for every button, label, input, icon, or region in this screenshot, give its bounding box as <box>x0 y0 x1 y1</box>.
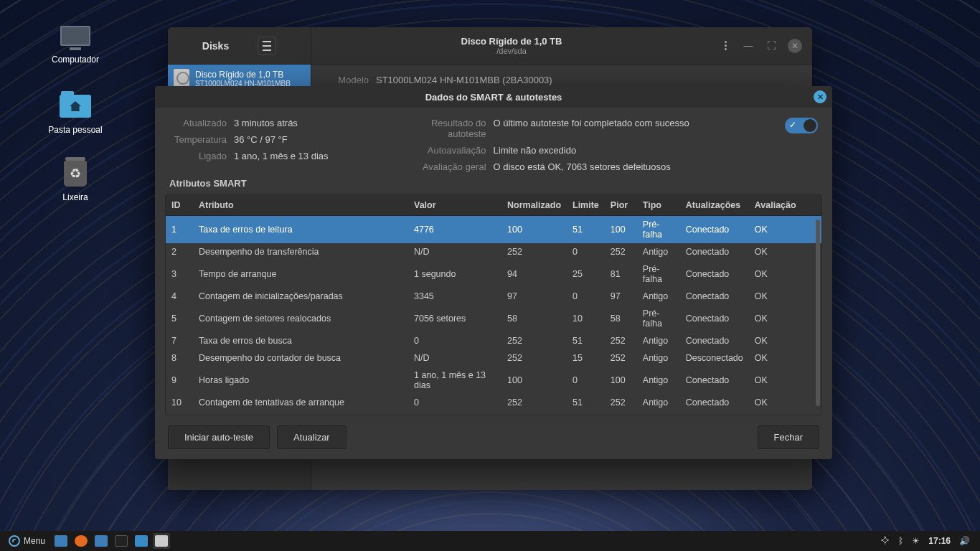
col-updates[interactable]: Atualizações <box>680 195 749 216</box>
cell-id: 10 <box>166 394 193 411</box>
desktop-icon-trash[interactable]: ♻ Lixeira <box>36 159 115 202</box>
brightness-icon[interactable]: ☀ <box>912 536 920 546</box>
desktop-icon-computer[interactable]: Computador <box>36 22 115 65</box>
table-row[interactable]: 9Horas ligado1 ano, 1 mês e 13 dias10001… <box>166 367 821 394</box>
col-type[interactable]: Tipo <box>637 195 680 216</box>
hamburger-menu-button[interactable] <box>258 37 276 55</box>
col-worst[interactable]: Pior <box>605 195 637 216</box>
start-selftest-button[interactable]: Iniciar auto-teste <box>168 425 270 449</box>
cell-value: 1 ano, 1 mês e 13 dias <box>408 367 501 394</box>
updated-label: Atualizado <box>169 118 227 128</box>
cell-updates: Conectado <box>680 394 749 411</box>
cell-thresh: 0 <box>567 243 605 260</box>
cell-thresh: 0 <box>567 367 605 394</box>
cell-worst: 81 <box>605 260 637 288</box>
cell-id: 1 <box>166 216 193 244</box>
table-row[interactable]: 2Desempenho de transferênciaN/D2520252An… <box>166 243 821 260</box>
refresh-button[interactable]: Atualizar <box>277 425 347 449</box>
cell-attr: Taxa de erros de leitura <box>193 216 408 244</box>
model-value: ST1000LM024 HN-M101MBB (2BA30003) <box>376 75 552 85</box>
clock[interactable]: 17:16 <box>928 536 951 546</box>
system-tray: ⯎ ᛒ ☀ 17:16 🔊 <box>881 536 976 546</box>
cell-type: Pré-falha <box>637 305 680 332</box>
col-value[interactable]: Valor <box>408 195 501 216</box>
cell-updates: Conectado <box>680 260 749 288</box>
cell-value: N/D <box>408 349 501 367</box>
smart-enable-toggle[interactable]: ✓ <box>785 118 818 133</box>
cell-type: Antigo <box>637 349 680 367</box>
cell-updates: Conectado <box>680 288 749 305</box>
minimize-button[interactable]: — <box>742 39 755 52</box>
cell-value: 0 <box>408 332 501 349</box>
table-row[interactable]: 11Contagem de tentativas de calibração19… <box>166 411 821 415</box>
cell-worst: 252 <box>605 394 637 411</box>
cell-id: 11 <box>166 411 193 415</box>
maximize-button[interactable]: ⛶ <box>765 39 778 52</box>
col-id[interactable]: ID <box>166 195 193 216</box>
distro-logo-icon <box>9 535 20 547</box>
start-menu-button[interactable]: Menu <box>4 534 50 548</box>
table-row[interactable]: 7Taxa de erros de busca025251252AntigoCo… <box>166 332 821 349</box>
col-threshold[interactable]: Limite <box>567 195 605 216</box>
attributes-table[interactable]: ID Atributo Valor Normalizado Limite Pio… <box>166 195 821 415</box>
cell-type: Antigo <box>637 243 680 260</box>
cell-norm: 100 <box>501 367 567 394</box>
bluetooth-icon[interactable]: ᛒ <box>898 536 903 546</box>
cell-id: 5 <box>166 305 193 332</box>
drive-menu-button[interactable] <box>719 39 732 52</box>
cell-type: Pré-falha <box>637 260 680 288</box>
show-desktop-button[interactable] <box>52 533 70 549</box>
attributes-table-container: ID Atributo Valor Normalizado Limite Pio… <box>165 194 822 415</box>
taskbar: Menu ⯎ ᛒ ☀ 17:16 🔊 <box>0 531 980 551</box>
cell-thresh: 15 <box>567 349 605 367</box>
table-row[interactable]: 8Desempenho do contador de buscaN/D25215… <box>166 349 821 367</box>
cell-attr: Contagem de inicializações/paradas <box>193 288 408 305</box>
updated-value: 3 minutos atrás <box>234 118 298 128</box>
cell-worst: 100 <box>605 411 637 415</box>
taskbar-app-files[interactable] <box>133 533 150 549</box>
cell-norm: 94 <box>501 260 567 288</box>
taskbar-app-firefox[interactable] <box>72 533 90 549</box>
dialog-close-button[interactable]: ✕ <box>814 90 826 103</box>
table-row[interactable]: 4Contagem de inicializações/paradas33459… <box>166 288 821 305</box>
window-subtitle: /dev/sda <box>496 47 527 55</box>
cell-norm: 100 <box>501 216 567 244</box>
toggle-knob <box>804 119 816 132</box>
harddisk-icon <box>174 69 189 88</box>
close-button[interactable]: ✕ <box>788 39 802 53</box>
col-assessment[interactable]: Avaliação <box>749 195 821 216</box>
cell-worst: 252 <box>605 349 637 367</box>
table-row[interactable]: 5Contagem de setores realocados7056 seto… <box>166 305 821 332</box>
cell-attr: Taxa de erros de busca <box>193 332 408 349</box>
col-normalized[interactable]: Normalizado <box>501 195 567 216</box>
cell-thresh: 51 <box>567 216 605 244</box>
cell-assess: OK <box>749 305 821 332</box>
cell-id: 9 <box>166 367 193 394</box>
cell-norm: 100 <box>501 411 567 415</box>
cell-value: 0 <box>408 394 501 411</box>
taskbar-app-terminal[interactable] <box>113 533 130 549</box>
close-dialog-button[interactable]: Fechar <box>758 425 819 449</box>
cell-worst: 58 <box>605 305 637 332</box>
cell-value: 194 <box>408 411 501 415</box>
cell-assess: OK <box>749 394 821 411</box>
col-attribute[interactable]: Atributo <box>193 195 408 216</box>
cell-thresh: 10 <box>567 305 605 332</box>
folder-home-icon <box>58 92 93 121</box>
poweredon-label: Ligado <box>169 151 227 161</box>
cell-thresh: 51 <box>567 394 605 411</box>
selfassess-value: Limite não excedido <box>494 145 577 156</box>
table-scrollbar[interactable] <box>816 220 820 406</box>
taskbar-app-disks[interactable] <box>153 533 170 549</box>
taskbar-app-mail[interactable] <box>93 533 110 549</box>
desktop-icon-home[interactable]: Pasta pessoal <box>36 92 115 135</box>
table-row[interactable]: 1Taxa de erros de leitura477610051100Pré… <box>166 216 821 244</box>
cell-assess: OK <box>749 260 821 288</box>
table-row[interactable]: 10Contagem de tentativas de arranque0252… <box>166 394 821 411</box>
volume-icon[interactable]: 🔊 <box>959 536 970 546</box>
cell-updates: Conectado <box>680 367 749 394</box>
table-row[interactable]: 3Tempo de arranque1 segundo942581Pré-fal… <box>166 260 821 288</box>
selfassess-label: Autoavaliação <box>393 145 486 156</box>
cell-type: Antigo <box>637 332 680 349</box>
network-icon[interactable]: ⯎ <box>881 536 890 546</box>
